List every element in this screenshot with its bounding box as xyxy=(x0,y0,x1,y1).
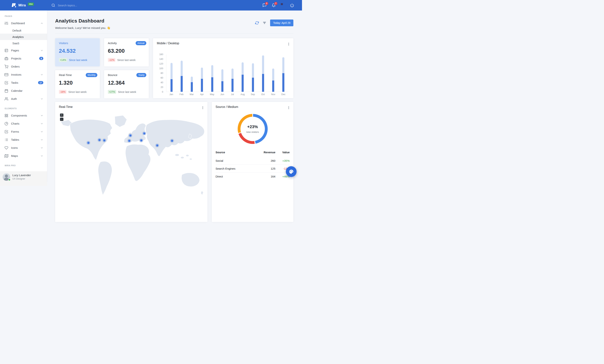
bar-oct[interactable] xyxy=(262,55,264,92)
sidebar-item-pages[interactable]: Pages xyxy=(0,46,47,54)
grid-icon xyxy=(4,114,8,117)
list-icon xyxy=(4,138,8,142)
chevron-up-icon xyxy=(40,22,43,25)
chevron-down-icon xyxy=(40,130,43,133)
y-axis-tick: 100 xyxy=(157,67,163,70)
sign-out-button[interactable] xyxy=(290,3,294,7)
refresh-button[interactable] xyxy=(255,21,259,25)
filter-button[interactable] xyxy=(263,21,266,25)
chevron-up-icon xyxy=(40,22,43,25)
sidebar-user[interactable]: Lucy Lavender UX Designer xyxy=(0,171,47,182)
sidebar-item-label: Components xyxy=(11,114,40,117)
period-pill[interactable]: Yearly xyxy=(136,73,146,77)
bar-feb[interactable] xyxy=(181,61,183,92)
sidebar-item-dashboard[interactable]: Dashboard xyxy=(0,19,47,27)
sidebar-item-tables[interactable]: Tables xyxy=(0,136,47,144)
x-axis-label: Mar xyxy=(189,93,195,96)
sidebar-item-orders[interactable]: Orders xyxy=(0,63,47,71)
revenue-cell: 164 xyxy=(259,175,275,178)
chevron-down-icon xyxy=(40,154,43,157)
bar-jun[interactable] xyxy=(221,69,223,92)
today-date-button[interactable]: Today: April 29 xyxy=(270,20,293,26)
bar-jul[interactable] xyxy=(231,68,234,92)
y-axis-tick: 80 xyxy=(157,72,163,75)
chevron-down-icon xyxy=(40,146,43,149)
sidebar-item-calendar[interactable]: Calendar xyxy=(0,87,47,95)
theme-palette-fab[interactable] xyxy=(286,166,297,177)
map-marker[interactable] xyxy=(128,139,131,142)
map-marker[interactable] xyxy=(171,139,174,142)
brand[interactable]: Mira PRO xyxy=(0,3,47,8)
chevron-down-icon xyxy=(40,97,43,100)
stat-caption: Since last week xyxy=(69,59,87,62)
bar-aug[interactable] xyxy=(242,62,244,92)
x-axis-label: Nov xyxy=(270,93,276,96)
sidebar-item-icons[interactable]: Icons xyxy=(0,144,47,152)
period-pill[interactable]: Annual xyxy=(136,41,146,45)
bar-dec[interactable] xyxy=(282,57,284,92)
map-marker[interactable] xyxy=(143,132,146,135)
bar-sep[interactable] xyxy=(252,63,254,92)
sidebar-item-label: Icons xyxy=(11,146,40,149)
navbar-search[interactable] xyxy=(51,3,118,7)
sidebar-subitem-default[interactable]: Default xyxy=(0,27,47,34)
map-marker[interactable] xyxy=(156,144,159,147)
sidebar-section-label: PAGES xyxy=(0,11,47,19)
sidebar-item-maps[interactable]: Maps xyxy=(0,152,47,160)
bar-apr[interactable] xyxy=(201,68,203,92)
stat-value: 12.364 xyxy=(108,80,145,86)
map-marker[interactable] xyxy=(103,139,106,142)
x-axis-label: Sep xyxy=(250,93,256,96)
sidebar-item-charts[interactable]: Charts xyxy=(0,120,47,128)
sidebar-item-auth[interactable]: Auth xyxy=(0,95,47,103)
sidebar-item-label: Invoices xyxy=(11,73,40,76)
sidebar-subitem-saas[interactable]: SaaS xyxy=(0,40,47,46)
user-name: Lucy Lavender xyxy=(13,174,31,177)
sidebar-item-components[interactable]: Components xyxy=(0,112,47,120)
brand-name: Mira xyxy=(18,3,26,7)
sidebar-item-forms[interactable]: Forms xyxy=(0,128,47,136)
palette-icon xyxy=(289,169,294,174)
sidebar-item-label: Orders xyxy=(11,65,43,68)
notifications-button[interactable]: 7 xyxy=(272,3,276,7)
map-marker[interactable] xyxy=(140,139,143,142)
messages-button[interactable]: 3 xyxy=(263,3,266,7)
users-icon xyxy=(4,97,8,101)
mobile-desktop-chart-card: Mobile / Desktop 020406080100120140160 J… xyxy=(153,38,293,98)
briefcase-icon xyxy=(4,57,8,60)
bar-may[interactable] xyxy=(211,65,213,92)
map-zoom-out-button[interactable]: - xyxy=(60,118,63,121)
pro-badge: PRO xyxy=(28,3,34,6)
source-cell: Direct xyxy=(215,175,259,178)
stat-value: 63.200 xyxy=(108,48,145,54)
map-marker[interactable] xyxy=(98,138,101,141)
world-map[interactable] xyxy=(55,113,207,182)
source-card-menu-button[interactable] xyxy=(287,106,290,109)
period-pill[interactable]: Monthly xyxy=(86,73,97,77)
map-marker[interactable] xyxy=(129,134,132,137)
source-table: SourceRevenueValueSocial260+35%Search En… xyxy=(215,148,289,180)
map-zoom-in-button[interactable]: + xyxy=(60,113,63,117)
dashboard-cards: Mobile / Desktop 020406080100120140160 J… xyxy=(55,38,293,182)
bar-mar[interactable] xyxy=(191,76,193,92)
map-card-menu-button[interactable] xyxy=(201,106,204,109)
x-axis-label: Jun xyxy=(219,93,226,96)
language-button[interactable] xyxy=(281,3,285,7)
y-axis-tick: 60 xyxy=(157,76,163,79)
bar-jan[interactable] xyxy=(171,63,173,92)
source-medium-card: Source / Medium +23% new visitors Source… xyxy=(212,102,293,182)
sidebar-nav: PAGESDashboardDefaultAnalyticsSaaSPagesP… xyxy=(0,11,47,168)
sidebar-item-tasks[interactable]: Tasks17 xyxy=(0,79,47,87)
sidebar-count-badge: 8 xyxy=(39,57,43,60)
sidebar-subitem-analytics[interactable]: Analytics xyxy=(0,34,47,40)
sidebar-item-projects[interactable]: Projects8 xyxy=(0,54,47,63)
column-header: Value xyxy=(275,151,289,154)
stat-caption: Since last week xyxy=(68,90,87,93)
bar-nov[interactable] xyxy=(272,68,274,92)
search-input[interactable] xyxy=(58,4,118,7)
layout-icon xyxy=(4,49,8,52)
sidebar-item-invoices[interactable]: Invoices xyxy=(0,71,47,79)
map-marker[interactable] xyxy=(87,141,90,144)
chart-card-menu-button[interactable] xyxy=(287,42,290,46)
chevron-down-icon xyxy=(40,73,43,76)
